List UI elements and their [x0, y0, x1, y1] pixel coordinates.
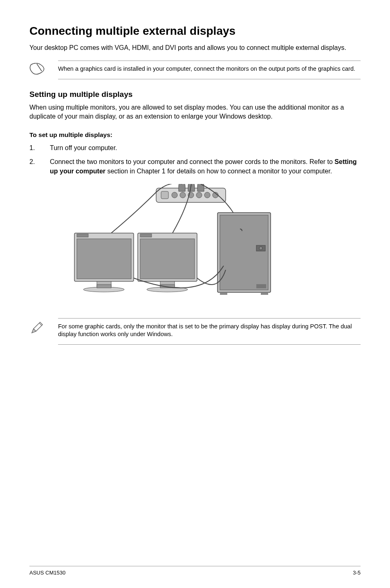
svg-rect-14: [97, 285, 111, 288]
section-heading: Setting up multiple displays: [29, 90, 361, 99]
info-note-text: For some graphic cards, only the monitor…: [58, 318, 361, 345]
warning-note-text: When a graphics card is installed in you…: [58, 61, 361, 79]
svg-point-4: [180, 192, 186, 198]
step-number: 1.: [29, 144, 38, 153]
step-item: 2. Connect the two monitors to your comp…: [29, 157, 361, 176]
page-title: Connecting multiple external displays: [29, 25, 361, 38]
svg-rect-27: [256, 284, 266, 288]
warning-icon: [29, 63, 47, 75]
svg-point-24: [259, 247, 262, 250]
svg-rect-25: [220, 292, 227, 295]
step-item: 1. Turn off your computer.: [29, 144, 361, 153]
svg-point-6: [196, 192, 202, 198]
footer-product: ASUS CM1530: [29, 570, 65, 576]
svg-rect-16: [140, 239, 195, 279]
warning-note-box: When a graphics card is installed in you…: [29, 61, 361, 79]
svg-point-7: [204, 192, 210, 198]
procedure-heading: To set up multiple displays:: [29, 131, 361, 139]
svg-rect-22: [220, 215, 268, 290]
intro-paragraph: Your desktop PC comes with VGA, HDMI, an…: [29, 43, 361, 52]
page-footer: ASUS CM1530 3-5: [29, 566, 361, 576]
pencil-icon: [29, 321, 44, 335]
section-paragraph: When using multiple monitors, you are al…: [29, 103, 361, 121]
svg-rect-26: [261, 292, 268, 295]
svg-rect-10: [77, 239, 131, 279]
footer-page-number: 3-5: [353, 570, 361, 576]
step-text: Turn off your computer.: [50, 144, 361, 153]
setup-illustration: [62, 184, 361, 308]
info-note-box: For some graphic cards, only the monitor…: [29, 318, 361, 345]
svg-point-3: [172, 192, 177, 198]
step-text: Connect the two monitors to your compute…: [50, 157, 361, 176]
svg-rect-11: [77, 234, 88, 237]
svg-rect-17: [140, 234, 152, 237]
svg-rect-2: [161, 191, 168, 199]
step-number: 2.: [29, 157, 38, 176]
